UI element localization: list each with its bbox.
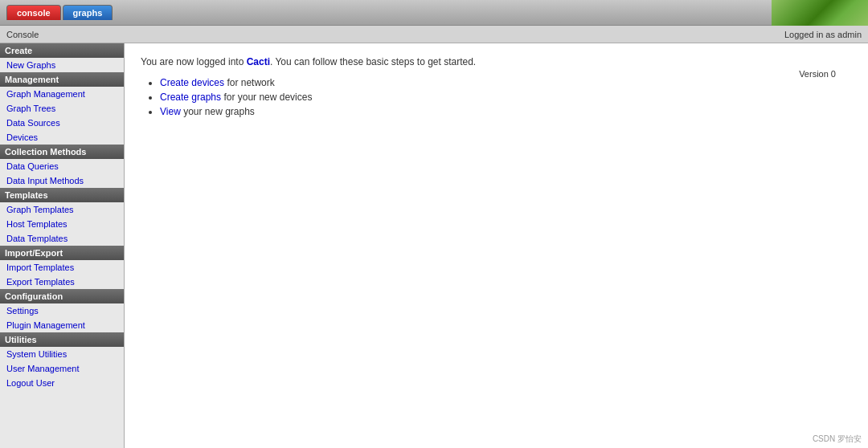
step-item-0: Create devices for network xyxy=(160,77,852,88)
sidebar-item-graph-trees[interactable]: Graph Trees xyxy=(0,101,124,116)
welcome-intro-text: You are now logged into xyxy=(141,56,247,67)
sidebar-section-utilities: Utilities xyxy=(0,332,124,347)
sidebar-section-configuration: Configuration xyxy=(0,289,124,303)
sidebar-item-settings[interactable]: Settings xyxy=(0,303,124,318)
sidebar-item-logout-user[interactable]: Logout User xyxy=(0,376,124,390)
step-item-1: Create graphs for your new devices xyxy=(160,92,852,103)
sidebar-item-export-templates[interactable]: Export Templates xyxy=(0,275,124,289)
step-link-1[interactable]: Create graphs xyxy=(160,92,221,103)
sidebar-section-templates: Templates xyxy=(0,188,124,202)
sidebar-item-graph-templates[interactable]: Graph Templates xyxy=(0,202,124,217)
top-header: console graphs xyxy=(0,0,868,26)
sidebar-section-import-export: Import/Export xyxy=(0,246,124,260)
sidebar-item-data-input-methods[interactable]: Data Input Methods xyxy=(0,173,124,188)
sidebar-item-data-sources[interactable]: Data Sources xyxy=(0,116,124,130)
version-text: Version 0 xyxy=(799,69,836,79)
step-link-2[interactable]: View xyxy=(160,106,181,117)
welcome-paragraph: You are now logged into Cacti. You can f… xyxy=(141,56,852,67)
watermark: CSDN 罗怡安 xyxy=(813,434,862,445)
content-area: Version 0 You are now logged into Cacti.… xyxy=(125,43,868,448)
sidebar-item-host-templates[interactable]: Host Templates xyxy=(0,217,124,231)
sidebar: CreateNew GraphsManagementGraph Manageme… xyxy=(0,43,125,448)
cacti-link[interactable]: Cacti xyxy=(247,56,270,67)
sidebar-section-management: Management xyxy=(0,72,124,87)
sidebar-section-create: Create xyxy=(0,43,124,58)
tab-console[interactable]: console xyxy=(6,5,61,20)
status-console-label: Console xyxy=(6,30,39,39)
sidebar-item-data-templates[interactable]: Data Templates xyxy=(0,231,124,246)
sidebar-section-collection-methods: Collection Methods xyxy=(0,145,124,159)
content-wrapper: Version 0 You are now logged into Cacti.… xyxy=(141,56,852,117)
status-bar: Console Logged in as admin xyxy=(0,26,868,43)
sidebar-item-import-templates[interactable]: Import Templates xyxy=(0,260,124,275)
sidebar-item-new-graphs[interactable]: New Graphs xyxy=(0,58,124,72)
sidebar-item-devices[interactable]: Devices xyxy=(0,130,124,145)
sidebar-item-data-queries[interactable]: Data Queries xyxy=(0,159,124,173)
sidebar-item-user-management[interactable]: User Management xyxy=(0,361,124,376)
welcome-suffix-text: . You can follow these basic steps to ge… xyxy=(270,56,476,67)
sidebar-item-plugin-management[interactable]: Plugin Management xyxy=(0,318,124,332)
step-link-0[interactable]: Create devices xyxy=(160,77,224,88)
step-item-2: View your new graphs xyxy=(160,106,852,117)
sidebar-item-system-utilities[interactable]: System Utilities xyxy=(0,347,124,361)
steps-list: Create devices for networkCreate graphs … xyxy=(160,77,852,117)
status-logged-in: Logged in as admin xyxy=(784,30,862,39)
main-layout: CreateNew GraphsManagementGraph Manageme… xyxy=(0,43,868,448)
sidebar-item-graph-management[interactable]: Graph Management xyxy=(0,87,124,101)
header-logo-decoration xyxy=(772,0,868,26)
tab-graphs[interactable]: graphs xyxy=(63,5,113,20)
